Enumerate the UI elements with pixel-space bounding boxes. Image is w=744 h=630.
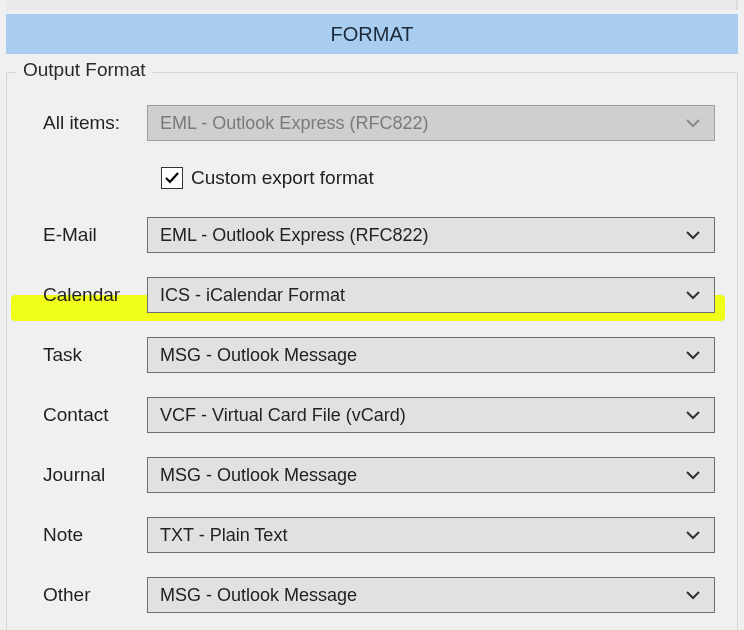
row-task: Task MSG - Outlook Message	[29, 333, 715, 377]
checkbox-custom-export[interactable]	[161, 167, 183, 189]
select-task[interactable]: MSG - Outlook Message	[147, 337, 715, 373]
select-contact-value: VCF - Virtual Card File (vCard)	[160, 405, 684, 426]
chevron-down-icon	[684, 526, 702, 544]
select-email[interactable]: EML - Outlook Express (RFC822)	[147, 217, 715, 253]
section-header-label: FORMAT	[331, 23, 414, 46]
label-task: Task	[29, 344, 147, 366]
chevron-down-icon	[684, 346, 702, 364]
section-header-format: FORMAT	[6, 14, 738, 54]
row-email: E-Mail EML - Outlook Express (RFC822)	[29, 213, 715, 257]
select-other-value: MSG - Outlook Message	[160, 585, 684, 606]
select-note[interactable]: TXT - Plain Text	[147, 517, 715, 553]
chevron-down-icon	[684, 466, 702, 484]
label-all-items: All items:	[29, 112, 147, 134]
row-custom-export: Custom export format	[161, 161, 715, 195]
select-calendar-value: ICS - iCalendar Format	[160, 285, 684, 306]
row-note: Note TXT - Plain Text	[29, 513, 715, 557]
row-contact: Contact VCF - Virtual Card File (vCard)	[29, 393, 715, 437]
label-contact: Contact	[29, 404, 147, 426]
chevron-down-icon	[684, 406, 702, 424]
label-email: E-Mail	[29, 224, 147, 246]
label-calendar: Calendar	[29, 284, 147, 306]
select-journal[interactable]: MSG - Outlook Message	[147, 457, 715, 493]
chevron-down-icon	[684, 286, 702, 304]
fieldset-legend: Output Format	[17, 59, 152, 81]
output-format-fieldset: Output Format All items: EML - Outlook E…	[6, 72, 738, 630]
select-all-items-value: EML - Outlook Express (RFC822)	[160, 113, 684, 134]
output-format-fieldset-wrap: Output Format All items: EML - Outlook E…	[6, 72, 738, 630]
select-email-value: EML - Outlook Express (RFC822)	[160, 225, 684, 246]
format-settings-panel: FORMAT Output Format All items: EML - Ou…	[0, 0, 744, 630]
row-journal: Journal MSG - Outlook Message	[29, 453, 715, 497]
select-journal-value: MSG - Outlook Message	[160, 465, 684, 486]
select-note-value: TXT - Plain Text	[160, 525, 684, 546]
select-all-items: EML - Outlook Express (RFC822)	[147, 105, 715, 141]
top-spacer	[6, 0, 738, 10]
chevron-down-icon	[684, 114, 702, 132]
select-calendar[interactable]: ICS - iCalendar Format	[147, 277, 715, 313]
row-all-items: All items: EML - Outlook Express (RFC822…	[29, 101, 715, 145]
chevron-down-icon	[684, 226, 702, 244]
chevron-down-icon	[684, 586, 702, 604]
checkbox-custom-export-label: Custom export format	[191, 167, 374, 189]
select-contact[interactable]: VCF - Virtual Card File (vCard)	[147, 397, 715, 433]
label-note: Note	[29, 524, 147, 546]
select-other[interactable]: MSG - Outlook Message	[147, 577, 715, 613]
label-journal: Journal	[29, 464, 147, 486]
row-other: Other MSG - Outlook Message	[29, 573, 715, 617]
row-calendar: Calendar ICS - iCalendar Format	[29, 273, 715, 317]
label-other: Other	[29, 584, 147, 606]
select-task-value: MSG - Outlook Message	[160, 345, 684, 366]
